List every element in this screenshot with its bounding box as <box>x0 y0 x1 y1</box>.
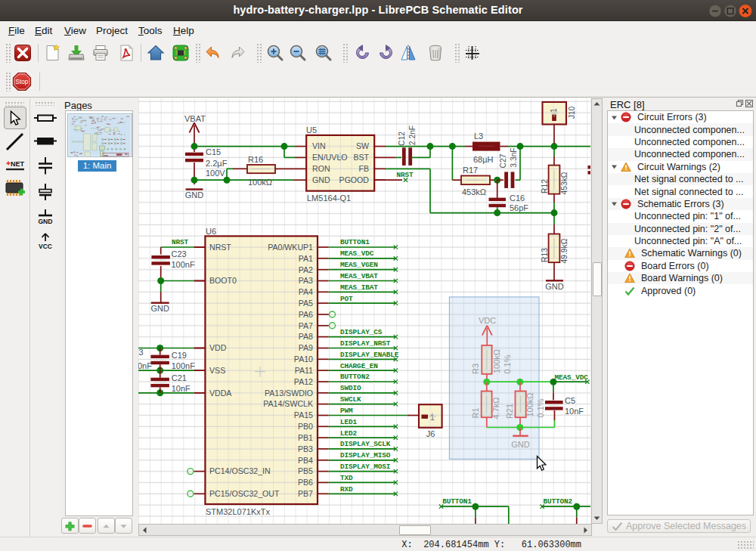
svg-text:0nF: 0nF <box>138 361 152 370</box>
svg-text:GND: GND <box>185 190 204 200</box>
svg-text:PB0: PB0 <box>298 422 313 431</box>
svg-text:PA14/SWCLK: PA14/SWCLK <box>263 399 313 408</box>
svg-text:DISPLAY_NRST: DISPLAY_NRST <box>340 339 391 348</box>
svg-text:CHARGE_EN: CHARGE_EN <box>340 362 378 370</box>
svg-text:3: 3 <box>139 348 144 357</box>
svg-text:DISPLAY_ENABLE: DISPLAY_ENABLE <box>340 351 399 359</box>
svg-text:PA12: PA12 <box>294 377 313 386</box>
svg-text:PB7: PB7 <box>298 489 313 498</box>
svg-text:10nF: 10nF <box>565 407 584 416</box>
svg-text:PA4: PA4 <box>299 287 313 296</box>
svg-text:PB5: PB5 <box>298 466 313 475</box>
svg-text:BUTTON1: BUTTON1 <box>340 238 370 246</box>
svg-text:10nF: 10nF <box>172 384 191 393</box>
svg-text:LM5164-Q1: LM5164-Q1 <box>307 193 351 203</box>
svg-text:VDDA: VDDA <box>209 388 232 398</box>
svg-text:FB: FB <box>358 164 369 173</box>
svg-text:DISPLAY_MISO: DISPLAY_MISO <box>340 451 391 460</box>
svg-text:VIN: VIN <box>312 141 326 150</box>
svg-text:100nF: 100nF <box>172 361 195 370</box>
svg-text:GND: GND <box>545 282 564 291</box>
svg-text:PA9: PA9 <box>299 343 313 352</box>
svg-text:U5: U5 <box>306 125 317 135</box>
svg-text:DISPLAY_SCLK: DISPLAY_SCLK <box>340 440 391 448</box>
svg-text:VCC: VCC <box>39 243 52 250</box>
svg-text:VDC: VDC <box>479 316 496 325</box>
svg-text:GND: GND <box>150 304 169 313</box>
svg-text:R12: R12 <box>541 179 549 193</box>
svg-text:SWCLK: SWCLK <box>340 395 361 404</box>
svg-text:4.7kΩ: 4.7kΩ <box>491 397 500 419</box>
svg-text:PB1: PB1 <box>298 433 313 442</box>
svg-text:GND: GND <box>312 175 330 184</box>
svg-text:PC15/OSC32_OUT: PC15/OSC32_OUT <box>209 489 280 498</box>
svg-text:J10: J10 <box>568 106 576 119</box>
svg-text:LED2: LED2 <box>340 429 358 438</box>
svg-text:PA2: PA2 <box>299 265 313 274</box>
svg-text:100V: 100V <box>206 169 225 178</box>
svg-text:PA13/SWDIO: PA13/SWDIO <box>265 388 313 398</box>
svg-text:MEAS_VBAT: MEAS_VBAT <box>340 272 378 280</box>
svg-text:R3: R3 <box>471 364 480 374</box>
svg-text:RON: RON <box>312 164 330 173</box>
svg-text:PB6: PB6 <box>298 478 313 487</box>
svg-text:C27: C27 <box>499 153 507 168</box>
svg-text:EN/UVLO: EN/UVLO <box>312 153 348 162</box>
svg-text:453kΩ: 453kΩ <box>560 172 569 194</box>
svg-text:1: 1 <box>549 108 558 113</box>
svg-text:PB4: PB4 <box>298 456 313 465</box>
svg-text:NRST: NRST <box>397 171 414 179</box>
svg-text:BUTTON2: BUTTON2 <box>543 497 572 506</box>
svg-text:0.1%: 0.1% <box>536 398 545 417</box>
svg-text:C21: C21 <box>172 373 187 382</box>
svg-text:SW: SW <box>356 141 369 150</box>
svg-text:PA15: PA15 <box>294 410 313 419</box>
svg-text:MEAS_VDC: MEAS_VDC <box>340 249 374 258</box>
svg-text:BST: BST <box>353 153 369 162</box>
svg-text:RXD: RXD <box>340 485 353 494</box>
svg-text:PA6: PA6 <box>299 310 313 319</box>
svg-text:LED1: LED1 <box>340 418 358 426</box>
svg-text:PC14/OSC32_IN: PC14/OSC32_IN <box>209 466 271 475</box>
svg-text:68µH: 68µH <box>473 155 494 164</box>
svg-text:PA1: PA1 <box>299 254 313 263</box>
svg-text:J6: J6 <box>426 429 435 438</box>
svg-text:U6: U6 <box>206 227 216 236</box>
svg-text:PA0/WKUP1: PA0/WKUP1 <box>268 243 313 252</box>
svg-text:49.9kΩ: 49.9kΩ <box>560 238 569 263</box>
svg-text:NET: NET <box>11 160 25 168</box>
svg-text:0.1%: 0.1% <box>503 354 512 373</box>
svg-text:C16: C16 <box>510 193 525 203</box>
svg-text:R17: R17 <box>463 166 478 175</box>
svg-text:BOOT0: BOOT0 <box>209 276 237 285</box>
svg-text:PA7: PA7 <box>299 321 313 330</box>
svg-text:C19: C19 <box>172 351 187 360</box>
svg-text:NRST: NRST <box>209 243 231 252</box>
svg-text:DISPLAY_CS: DISPLAY_CS <box>340 328 383 336</box>
svg-text:PA3: PA3 <box>299 276 313 285</box>
svg-text:R21: R21 <box>505 404 514 419</box>
svg-text:GND: GND <box>511 440 530 449</box>
svg-text:C5: C5 <box>565 396 575 405</box>
svg-text:PA5: PA5 <box>299 299 313 308</box>
svg-text:R1: R1 <box>471 407 480 418</box>
svg-text:DISPLAY_MOSI: DISPLAY_MOSI <box>340 463 390 471</box>
svg-text:3.3nF: 3.3nF <box>510 147 518 167</box>
svg-text:TXD: TXD <box>340 474 353 482</box>
svg-text:VDD: VDD <box>209 343 227 352</box>
svg-text:R16: R16 <box>248 155 263 164</box>
svg-text:Stop: Stop <box>16 79 29 85</box>
svg-text:VSS: VSS <box>209 366 225 375</box>
svg-text:MEAS_IBAT: MEAS_IBAT <box>340 283 378 292</box>
svg-text:100kΩ: 100kΩ <box>525 392 534 416</box>
svg-text:BUTTON1: BUTTON1 <box>442 497 472 506</box>
svg-text:C23: C23 <box>172 249 187 258</box>
svg-text:POT: POT <box>340 295 353 303</box>
svg-text:100kΩ: 100kΩ <box>248 178 272 187</box>
svg-text:2.2µF: 2.2µF <box>206 159 228 168</box>
svg-text:PB3: PB3 <box>298 444 313 453</box>
svg-text:GND: GND <box>38 218 52 225</box>
svg-text:PA10: PA10 <box>294 354 313 364</box>
svg-text:100kΩ: 100kΩ <box>492 349 501 373</box>
svg-text:56pF: 56pF <box>510 203 528 212</box>
